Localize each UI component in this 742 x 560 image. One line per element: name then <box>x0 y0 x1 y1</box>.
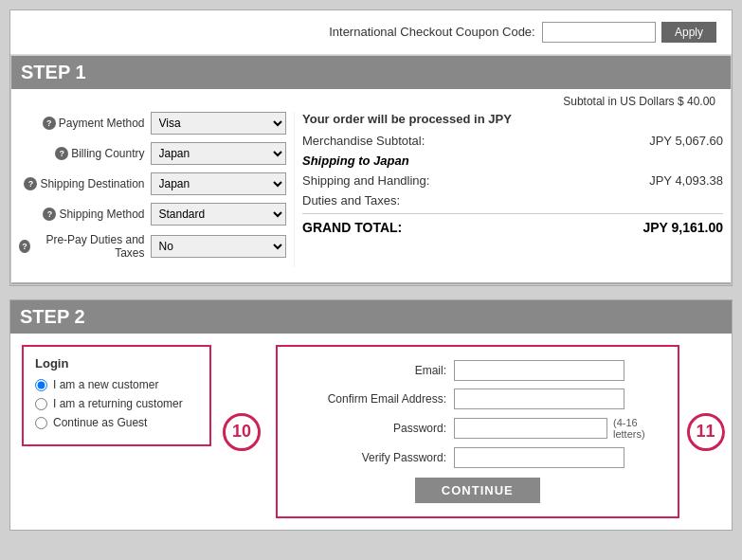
continue-row: CONTINUE <box>293 478 662 503</box>
returning-customer-row: I am a returning customer <box>35 397 198 410</box>
subtotal-row: Subtotal in US Dollars $ 40.00 <box>11 89 731 112</box>
billing-country-select[interactable]: Japan <box>151 142 287 165</box>
returning-customer-radio[interactable] <box>35 398 47 410</box>
password-input[interactable] <box>454 418 607 439</box>
new-customer-row: I am a new customer <box>35 378 198 391</box>
grand-total-amount: JPY 9,161.00 <box>642 220 723 235</box>
order-summary: Your order will be processed in JPY Merc… <box>294 112 723 267</box>
badge-10: 10 <box>223 413 261 451</box>
password-label: Password: <box>293 422 454 435</box>
email-input[interactable] <box>454 360 624 381</box>
step1-section: STEP 1 Subtotal in US Dollars $ 40.00 ? … <box>10 55 732 285</box>
shipping-method-select[interactable]: Standard <box>151 203 287 226</box>
shipping-method-row: ? Shipping Method Standard <box>19 203 286 226</box>
shipping-destination-select[interactable]: Japan <box>151 172 287 195</box>
coupon-bar: International Checkout Coupon Code: Appl… <box>10 10 732 55</box>
confirm-email-row: Confirm Email Address: <box>293 388 662 409</box>
merchandise-row: Merchandise Subtotal: JPY 5,067.60 <box>302 134 723 148</box>
step1-grid: ? Payment Method Visa ? Billing Country <box>11 112 731 267</box>
form-area: Email: Confirm Email Address: Password: … <box>276 345 725 518</box>
payment-method-row: ? Payment Method Visa <box>19 112 286 135</box>
prepay-duties-label: ? Pre-Pay Duties and Taxes <box>19 233 151 260</box>
apply-button[interactable]: Apply <box>661 22 716 43</box>
billing-country-row: ? Billing Country Japan <box>19 142 286 165</box>
billing-country-label: ? Billing Country <box>19 147 151 160</box>
shipping-destination-label: ? Shipping Destination <box>19 177 151 190</box>
new-customer-form: Email: Confirm Email Address: Password: … <box>276 345 679 518</box>
login-box: Login I am a new customer I am a returni… <box>22 345 211 446</box>
shipping-dest-help-icon[interactable]: ? <box>24 177 37 190</box>
guest-row: Continue as Guest <box>35 416 198 429</box>
billing-help-icon[interactable]: ? <box>55 147 68 160</box>
order-note: Your order will be processed in JPY <box>302 112 723 126</box>
email-label: Email: <box>293 364 454 377</box>
form-fields: ? Payment Method Visa ? Billing Country <box>19 112 294 267</box>
new-customer-radio[interactable] <box>35 379 47 391</box>
continue-button[interactable]: CONTINUE <box>415 478 540 503</box>
password-hint: (4-16 letters) <box>613 417 662 440</box>
prepay-help-icon[interactable]: ? <box>19 240 30 253</box>
verify-password-label: Verify Password: <box>293 451 454 464</box>
new-customer-label: I am a new customer <box>53 378 158 391</box>
password-row: Password: (4-16 letters) <box>293 417 662 440</box>
handling-amount: JPY 4,093.38 <box>649 173 723 188</box>
prepay-duties-select[interactable]: No <box>151 235 287 258</box>
guest-label: Continue as Guest <box>53 416 147 429</box>
duties-row: Duties and Taxes: <box>302 193 723 208</box>
confirm-email-input[interactable] <box>454 388 624 409</box>
step1-header: STEP 1 <box>11 56 731 89</box>
handling-label: Shipping and Handling: <box>302 173 429 188</box>
verify-password-row: Verify Password: <box>293 447 662 468</box>
step2-body: Login I am a new customer I am a returni… <box>10 334 732 530</box>
grand-total-label: GRAND TOTAL: <box>302 220 402 235</box>
email-row: Email: <box>293 360 662 381</box>
shipping-italic-label: Shipping to Japan <box>302 154 723 168</box>
shipping-destination-row: ? Shipping Destination Japan <box>19 172 286 195</box>
coupon-input[interactable] <box>542 22 656 43</box>
shipping-method-label: ? Shipping Method <box>19 208 151 221</box>
step2-left: Login I am a new customer I am a returni… <box>22 345 261 518</box>
coupon-label: International Checkout Coupon Code: <box>329 25 535 39</box>
handling-row: Shipping and Handling: JPY 4,093.38 <box>302 173 723 188</box>
returning-customer-label: I am a returning customer <box>53 397 183 410</box>
payment-method-select[interactable]: Visa <box>151 112 287 135</box>
shipping-method-help-icon[interactable]: ? <box>43 208 56 221</box>
duties-label: Duties and Taxes: <box>302 193 400 208</box>
merchandise-label: Merchandise Subtotal: <box>302 134 425 148</box>
grand-total-row: GRAND TOTAL: JPY 9,161.00 <box>302 213 723 235</box>
merchandise-amount: JPY 5,067.60 <box>649 134 723 148</box>
guest-radio[interactable] <box>35 417 47 429</box>
payment-help-icon[interactable]: ? <box>43 117 56 130</box>
step1-body: Subtotal in US Dollars $ 40.00 ? Payment… <box>11 89 731 284</box>
badge-11: 11 <box>687 413 725 451</box>
confirm-email-label: Confirm Email Address: <box>293 392 454 406</box>
login-title: Login <box>35 356 198 370</box>
payment-method-label: ? Payment Method <box>19 117 151 130</box>
prepay-duties-row: ? Pre-Pay Duties and Taxes No <box>19 233 286 260</box>
step2-header: STEP 2 <box>10 300 732 334</box>
verify-password-input[interactable] <box>454 447 624 468</box>
